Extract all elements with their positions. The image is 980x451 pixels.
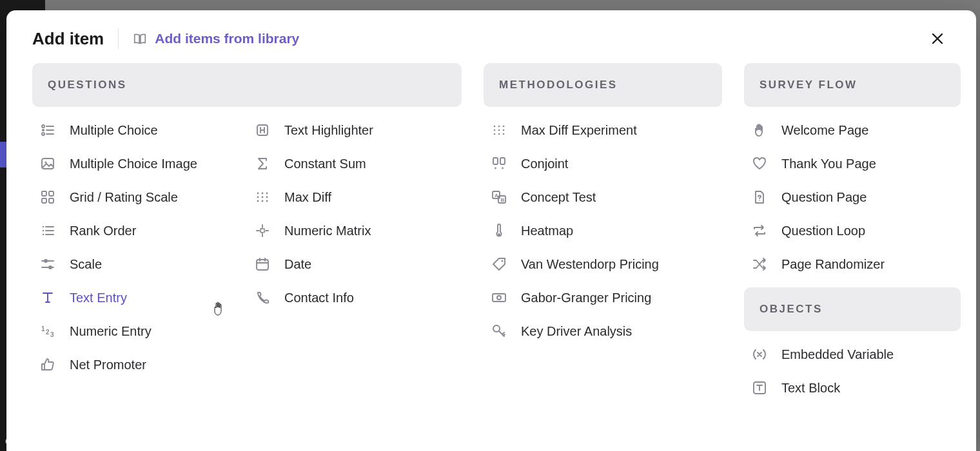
file-question-icon: [752, 189, 767, 205]
add-items-from-library-link[interactable]: Add items from library: [133, 31, 299, 46]
text-block-icon: [752, 380, 767, 396]
item-concept-test[interactable]: A B Concept Test: [484, 180, 722, 214]
item-label: Heatmap: [521, 224, 573, 238]
svg-text:1: 1: [41, 325, 45, 332]
svg-rect-53: [493, 158, 498, 164]
numbers-icon: 1 2 3: [40, 323, 55, 339]
item-question-page[interactable]: Question Page: [744, 180, 961, 214]
questions-column: QUESTIONS Multiple Choice: [32, 63, 462, 381]
svg-rect-54: [500, 158, 505, 164]
item-numeric-entry[interactable]: 1 2 3 Numeric Entry: [32, 314, 247, 348]
svg-point-66: [759, 200, 760, 201]
objects-header: OBJECTS: [744, 287, 961, 331]
modal-title: Add item: [32, 29, 104, 49]
phone-icon: [255, 290, 270, 305]
ab-test-icon: A B: [491, 189, 507, 205]
close-button[interactable]: [925, 26, 950, 52]
item-welcome-page[interactable]: Welcome Page: [744, 113, 961, 147]
svg-point-26: [257, 193, 259, 195]
svg-text:2: 2: [46, 329, 50, 336]
highlight-h-icon: [255, 122, 270, 138]
svg-point-7: [45, 162, 47, 164]
svg-point-56: [502, 168, 504, 169]
variable-icon: [752, 347, 767, 362]
item-grid-rating-scale[interactable]: Grid / Rating Scale: [32, 180, 247, 214]
item-multiple-choice-image[interactable]: Multiple Choice Image: [32, 147, 247, 180]
item-numeric-matrix[interactable]: Numeric Matrix: [247, 214, 462, 247]
item-date[interactable]: Date: [247, 247, 462, 281]
item-key-driver[interactable]: Key Driver Analysis: [484, 314, 722, 348]
svg-point-32: [257, 200, 259, 202]
item-embedded-variable[interactable]: Embedded Variable: [744, 338, 961, 371]
item-constant-sum[interactable]: Constant Sum: [247, 147, 462, 180]
svg-rect-9: [49, 191, 54, 196]
item-text-entry[interactable]: Text Entry: [32, 281, 247, 314]
dot-grid-icon: [255, 189, 270, 205]
item-label: Numeric Matrix: [284, 224, 371, 238]
item-max-diff[interactable]: Max Diff: [247, 180, 462, 214]
modal-header: Add item Add items from library: [6, 10, 976, 63]
item-question-loop[interactable]: Question Loop: [744, 214, 961, 247]
item-label: Contact Info: [284, 291, 354, 305]
svg-point-28: [266, 193, 268, 195]
item-text-block[interactable]: Text Block: [744, 371, 961, 405]
item-rank-order[interactable]: Rank Order: [32, 214, 247, 247]
item-label: Text Entry: [70, 291, 127, 305]
item-label: Text Block: [781, 381, 840, 396]
svg-point-48: [498, 130, 500, 131]
item-scale[interactable]: Scale: [32, 247, 247, 281]
svg-rect-35: [260, 229, 264, 233]
svg-point-4: [42, 133, 44, 135]
methodologies-column: METHODOLOGIES Max Diff Experiment Conjoi…: [484, 63, 722, 348]
item-net-promoter[interactable]: Net Promoter: [32, 348, 247, 381]
item-label: Concept Test: [521, 190, 596, 205]
calendar-icon: [255, 256, 270, 272]
add-item-modal: Add item Add items from library QUESTION…: [6, 10, 976, 451]
item-label: Multiple Choice Image: [70, 157, 197, 171]
svg-point-33: [262, 200, 264, 202]
svg-point-49: [503, 130, 505, 131]
item-label: Date: [284, 257, 311, 272]
survey-flow-header: SURVEY FLOW: [744, 63, 961, 107]
item-max-diff-experiment[interactable]: Max Diff Experiment: [484, 113, 722, 147]
svg-point-12: [43, 226, 44, 227]
book-open-icon: [133, 32, 147, 46]
item-label: Page Randomizer: [781, 257, 885, 272]
thumbs-up-icon: [40, 357, 55, 372]
modal-body: QUESTIONS Multiple Choice: [6, 63, 976, 405]
heart-icon: [752, 156, 767, 171]
tag-icon: [491, 256, 507, 272]
svg-point-31: [266, 197, 268, 198]
item-label: Scale: [70, 257, 102, 272]
item-page-randomizer[interactable]: Page Randomizer: [744, 247, 961, 281]
svg-point-52: [503, 133, 505, 135]
hand-wave-icon: [752, 122, 767, 138]
item-gabor-granger[interactable]: Gabor-Granger Pricing: [484, 281, 722, 314]
survey-flow-column: SURVEY FLOW Welcome Page Thank You Page: [744, 63, 961, 405]
item-van-westendorp[interactable]: Van Westendorp Pricing: [484, 247, 722, 281]
svg-point-47: [494, 130, 496, 131]
item-label: Multiple Choice: [70, 123, 158, 138]
item-heatmap[interactable]: Heatmap: [484, 214, 722, 247]
item-conjoint[interactable]: Conjoint: [484, 147, 722, 180]
svg-point-64: [497, 296, 501, 300]
svg-point-51: [498, 133, 500, 135]
item-label: Max Diff Experiment: [521, 123, 637, 138]
item-label: Numeric Entry: [70, 324, 152, 339]
ordered-list-icon: [40, 223, 55, 238]
item-multiple-choice[interactable]: Multiple Choice: [32, 113, 247, 147]
item-contact-info[interactable]: Contact Info: [247, 281, 462, 314]
item-text-highlighter[interactable]: Text Highlighter: [247, 113, 462, 147]
item-thank-you-page[interactable]: Thank You Page: [744, 147, 961, 180]
shuffle-icon: [752, 256, 767, 272]
questions-header: QUESTIONS: [32, 63, 462, 107]
svg-point-46: [503, 126, 505, 128]
close-icon: [930, 31, 945, 46]
questions-subcol-1: Multiple Choice Multiple Choice Image: [32, 113, 247, 381]
item-label: Text Highlighter: [284, 123, 373, 138]
sigma-icon: [255, 156, 270, 171]
item-label: Max Diff: [284, 190, 331, 205]
thermometer-icon: [491, 223, 507, 238]
svg-text:B: B: [501, 197, 505, 203]
svg-point-50: [494, 133, 496, 135]
